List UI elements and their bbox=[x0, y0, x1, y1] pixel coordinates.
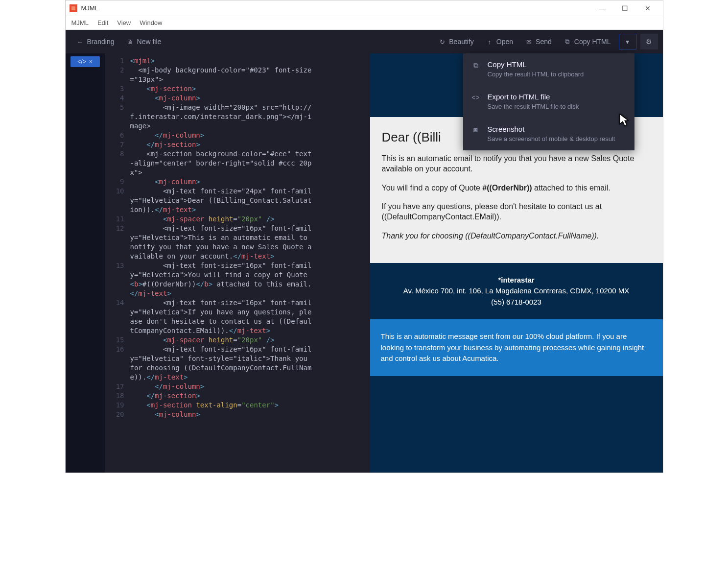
dropdown-item-export-html[interactable]: <> Export to HTML file Save the result H… bbox=[463, 86, 634, 118]
menu-view[interactable]: View bbox=[117, 19, 131, 26]
beautify-label: Beautify bbox=[449, 38, 474, 46]
copy-html-dropdown: ⧉ Copy HTML Copy the result HTML to clip… bbox=[463, 53, 634, 150]
copy-html-label: Copy HTML bbox=[574, 38, 611, 46]
upload-icon: ↑ bbox=[486, 38, 493, 46]
menubar: MJML Edit View Window bbox=[66, 16, 663, 30]
dropdown-subtitle: Copy the result HTML to clipboard bbox=[488, 71, 584, 79]
file-tabs-gutter: </> × bbox=[66, 53, 105, 473]
copy-html-dropdown-toggle[interactable]: ▾ bbox=[619, 34, 636, 49]
menu-window[interactable]: Window bbox=[140, 19, 162, 26]
dropdown-subtitle: Save a screenshot of mobile & desktop re… bbox=[488, 135, 615, 143]
gear-icon: ⚙ bbox=[646, 38, 652, 46]
settings-button[interactable]: ⚙ bbox=[640, 34, 658, 49]
dropdown-title: Screenshot bbox=[488, 125, 615, 133]
window-title: MJML bbox=[81, 4, 98, 12]
dropdown-subtitle: Save the result HTML file to disk bbox=[488, 103, 579, 111]
dropdown-item-copy-html[interactable]: ⧉ Copy HTML Copy the result HTML to clip… bbox=[463, 53, 634, 86]
beautify-button[interactable]: ↻ Beautify bbox=[432, 34, 480, 49]
menu-mjml[interactable]: MJML bbox=[71, 19, 89, 26]
line-number-gutter: 1234567891011121314151617181920 bbox=[105, 53, 130, 473]
new-file-button[interactable]: 🗎 New file bbox=[120, 34, 167, 49]
toolbar: ← Branding 🗎 New file ↻ Beautify ↑ Open … bbox=[66, 30, 663, 53]
preview-cta: This is an automatic message sent from o… bbox=[370, 319, 663, 376]
menu-edit[interactable]: Edit bbox=[97, 19, 108, 26]
open-button[interactable]: ↑ Open bbox=[480, 34, 519, 49]
new-file-label: New file bbox=[137, 38, 162, 46]
copy-icon: ⧉ bbox=[471, 60, 481, 79]
arrow-left-icon: ← bbox=[76, 38, 84, 46]
back-button[interactable]: ← Branding bbox=[70, 34, 120, 49]
code-icon: </> bbox=[77, 58, 86, 65]
send-label: Send bbox=[536, 38, 552, 46]
file-icon: 🗎 bbox=[126, 38, 134, 46]
chevron-down-icon: ▾ bbox=[626, 38, 629, 46]
preview-paragraph: This is an automatic email to notify you… bbox=[382, 154, 651, 174]
preview-paragraph: Thank you for choosing ((DefaultCompanyC… bbox=[382, 231, 651, 241]
refresh-icon: ↻ bbox=[438, 38, 446, 46]
open-label: Open bbox=[496, 38, 513, 46]
mail-icon: ✉ bbox=[525, 38, 533, 46]
app-icon bbox=[70, 4, 77, 12]
preview-paragraph: If you have any questions, please don't … bbox=[382, 202, 651, 222]
copy-icon: ⧉ bbox=[564, 38, 571, 46]
code-icon: <> bbox=[471, 93, 481, 111]
dropdown-title: Export to HTML file bbox=[488, 93, 579, 101]
code-content[interactable]: <mjml> <mj-body background-color="#023" … bbox=[130, 53, 370, 473]
app-window: MJML — ☐ ✕ MJML Edit View Window ← Brand… bbox=[65, 0, 663, 473]
back-label: Branding bbox=[87, 38, 115, 46]
copy-html-button[interactable]: ⧉ Copy HTML bbox=[558, 34, 617, 49]
dropdown-item-screenshot[interactable]: ◙ Screenshot Save a screenshot of mobile… bbox=[463, 118, 634, 150]
window-close-button[interactable]: ✕ bbox=[636, 0, 659, 16]
file-tab-active[interactable]: </> × bbox=[70, 56, 100, 67]
send-button[interactable]: ✉ Send bbox=[519, 34, 558, 49]
app-body: ← Branding 🗎 New file ↻ Beautify ↑ Open … bbox=[66, 30, 663, 473]
dropdown-title: Copy HTML bbox=[488, 60, 584, 69]
camera-icon: ◙ bbox=[471, 125, 481, 143]
preview-footer: *interastar Av. México 700, int. 106, La… bbox=[370, 263, 663, 320]
close-icon[interactable]: × bbox=[89, 58, 93, 65]
preview-paragraph: You will find a copy of Quote #((OrderNb… bbox=[382, 183, 651, 193]
window-maximize-button[interactable]: ☐ bbox=[614, 0, 636, 16]
code-editor[interactable]: 1234567891011121314151617181920 <mjml> <… bbox=[105, 53, 370, 473]
window-titlebar: MJML — ☐ ✕ bbox=[66, 0, 663, 16]
window-minimize-button[interactable]: — bbox=[591, 0, 614, 16]
